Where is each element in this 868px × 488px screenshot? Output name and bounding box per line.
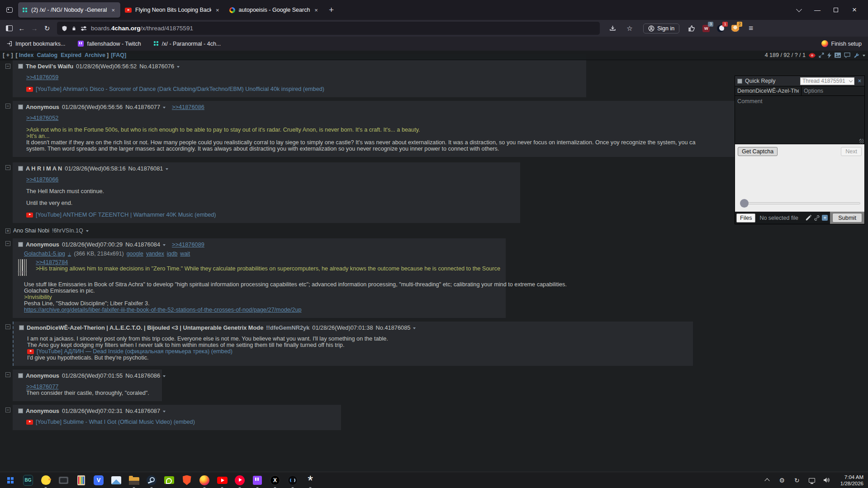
thread-select[interactable]: Thread 41875591	[800, 77, 854, 85]
post-menu-icon[interactable]	[86, 230, 89, 232]
wrench-icon[interactable]	[854, 52, 859, 58]
nav-link-expired[interactable]: Expired	[61, 52, 81, 58]
nav-plus[interactable]: [ + ]	[3, 52, 13, 58]
taskbar-app-photos[interactable]	[110, 474, 122, 486]
permissions-icon[interactable]	[81, 26, 87, 31]
search-link-wait[interactable]: wait	[180, 251, 190, 257]
sign-in-button[interactable]: Sign in	[643, 24, 679, 33]
post-checkbox[interactable]	[18, 373, 23, 378]
captcha-slider[interactable]	[740, 202, 860, 204]
quote-link[interactable]: >>41876059	[26, 74, 58, 81]
forward-button[interactable]: →	[28, 22, 41, 35]
bookmark-twitch[interactable]: fallenshadow - Twitch	[78, 41, 141, 47]
backlink[interactable]: >>41876086	[172, 104, 204, 110]
captcha-next-button[interactable]: Next	[841, 147, 862, 156]
close-window-button[interactable]: ×	[850, 5, 859, 14]
post-image-thumbnail[interactable]	[18, 259, 27, 276]
post-menu-icon[interactable]	[177, 66, 180, 68]
taskbar-app-sync[interactable]	[287, 474, 299, 486]
expand-arrows-icon[interactable]	[819, 52, 824, 58]
firefox-view-button[interactable]	[4, 4, 15, 16]
maximize-button[interactable]	[834, 8, 838, 12]
post-checkbox[interactable]	[18, 166, 23, 171]
new-tab-button[interactable]: +	[323, 5, 339, 15]
taskbar-app-bg[interactable]: BG	[22, 474, 34, 486]
close-quick-reply-icon[interactable]: ×	[857, 78, 862, 84]
downloads-button[interactable]	[606, 22, 619, 35]
edit-pencil-icon[interactable]	[805, 214, 812, 221]
watch-eye-icon[interactable]	[809, 53, 816, 58]
resize-handle[interactable]	[859, 139, 864, 143]
post-menu-icon[interactable]	[163, 411, 166, 412]
collapse-post-icon[interactable]: −	[5, 165, 10, 170]
taskbar-app-steam[interactable]	[146, 474, 157, 486]
taskbar-app-duck[interactable]	[40, 474, 52, 486]
search-link-yandex[interactable]: yandex	[146, 251, 164, 257]
collapse-post-icon[interactable]: −	[5, 241, 10, 246]
post-checkbox[interactable]	[19, 325, 24, 330]
post-number[interactable]: No.41876085	[376, 324, 411, 331]
post-number[interactable]: No.41876084	[125, 241, 160, 248]
youtube-embed-link[interactable]: [YouTube] Sublime - What I Got (Official…	[26, 419, 336, 425]
taskbar-app-youtube-music[interactable]	[234, 474, 246, 486]
post-number[interactable]: No.41876087	[125, 407, 160, 414]
tracking-shield-icon[interactable]	[62, 25, 67, 32]
taskbar-app-tv[interactable]	[57, 474, 69, 486]
taskbar-app-nvidia[interactable]	[163, 474, 175, 486]
taskbar-app-v[interactable]: V	[93, 474, 104, 486]
tab-google-search[interactable]: autopoeisis - Google Search ×	[225, 2, 323, 18]
url-bar[interactable]: boards.4chan.org/x/thread/41875591	[57, 22, 600, 35]
tab-list-chevron-icon[interactable]	[796, 6, 802, 12]
quote-link[interactable]: >>41876066	[26, 176, 58, 183]
bolt-icon[interactable]	[827, 52, 831, 58]
file-name-link[interactable]: Golachab1-5.jpg	[24, 251, 65, 257]
settings-caret-icon[interactable]	[863, 55, 865, 57]
extension-w-button[interactable]: w 3	[701, 24, 711, 33]
taskbar-app-x[interactable]: X	[269, 474, 281, 486]
nav-link-catalog[interactable]: Catalog	[37, 52, 57, 58]
collapse-post-icon[interactable]: −	[5, 372, 10, 377]
youtube-embed-link[interactable]: [YouTube] ANTHEM OF TZEENTCH | Warhammer…	[26, 212, 515, 218]
get-captcha-button[interactable]: Get Captcha	[738, 147, 778, 156]
tab-youtube[interactable]: Flying Neon Bits Looping Backg ×	[120, 2, 225, 18]
taskbar-app-twitch[interactable]	[251, 474, 263, 486]
tab-close-icon[interactable]: ×	[313, 7, 319, 14]
sidebar-button[interactable]	[3, 22, 15, 35]
extension-fox-button[interactable]: 2	[730, 24, 740, 33]
youtube-embed-link[interactable]: [YouTube] Ahriman's Disco - Sorcerer of …	[26, 86, 581, 92]
finish-setup-button[interactable]: Finish setup	[821, 40, 862, 47]
taskbar-clock[interactable]: 7:04 AM 1/28/2026	[840, 474, 863, 487]
post-checkbox[interactable]	[18, 64, 23, 69]
post-checkbox[interactable]	[18, 104, 23, 109]
tab-close-icon[interactable]: ×	[215, 7, 220, 14]
expand-post-icon[interactable]: +	[5, 228, 10, 233]
tray-display-cast-icon[interactable]	[808, 476, 816, 484]
menu-button[interactable]: ≡	[745, 22, 757, 35]
post-menu-icon[interactable]	[166, 168, 168, 170]
options-field[interactable]	[802, 86, 864, 95]
back-button[interactable]: ←	[15, 22, 28, 35]
post-number[interactable]: No.41876077	[125, 104, 160, 110]
quote-link[interactable]: >>41876077	[26, 384, 58, 390]
post-menu-icon[interactable]	[163, 375, 166, 377]
post-number[interactable]: No.41876076	[139, 63, 174, 70]
link-icon[interactable]	[814, 215, 820, 221]
post-number[interactable]: No.41876081	[128, 165, 163, 172]
taskbar-app-brave[interactable]	[181, 474, 193, 486]
post-number[interactable]: No.41876086	[125, 372, 160, 379]
search-link-google[interactable]: google	[127, 251, 143, 257]
bookmark-star-button[interactable]: ☆	[623, 22, 636, 35]
post-menu-icon[interactable]	[163, 244, 166, 246]
speech-bubble-icon[interactable]	[844, 52, 850, 58]
archive-org-link[interactable]: https://archive.org/details/liber-falxif…	[24, 307, 302, 313]
search-link-iqdb[interactable]: iqdb	[167, 251, 177, 257]
bookmark-import[interactable]: Import bookmarks...	[6, 41, 65, 47]
image-gallery-icon[interactable]	[835, 52, 841, 58]
collapse-post-icon[interactable]: −	[5, 104, 10, 109]
youtube-embed-link[interactable]: [YouTube] АДЛИН — Dead Inside (официальн…	[27, 348, 688, 355]
post-checkbox[interactable]	[18, 408, 23, 413]
taskbar-app-firefox[interactable]	[199, 474, 210, 486]
tray-chevron-up-icon[interactable]	[763, 476, 771, 484]
lock-icon[interactable]	[71, 25, 76, 31]
collapse-post-icon[interactable]: −	[5, 64, 10, 69]
